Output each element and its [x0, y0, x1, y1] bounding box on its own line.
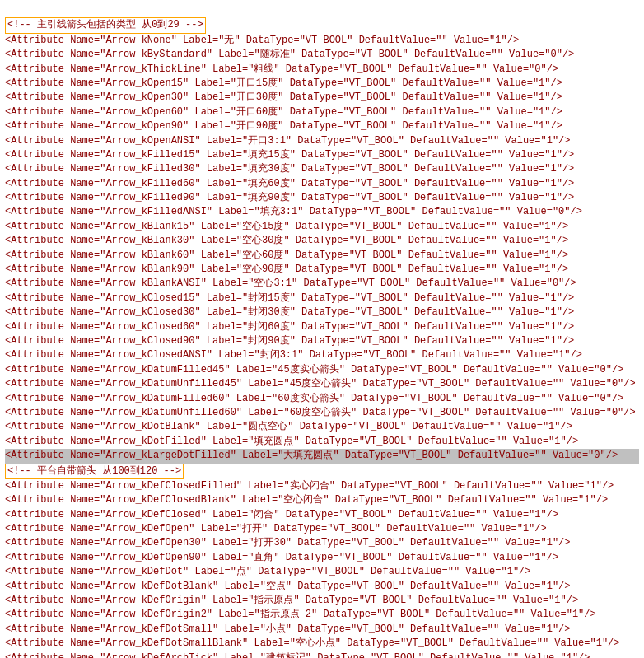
code-line: <Attribute Name="Arrow_kDefOpen90" Label…	[5, 551, 639, 565]
code-line: <Attribute Name="Arrow_kLargeDotFilled" …	[5, 449, 639, 463]
attr-text: <Attribute Name="Arrow_kDatumFilled60" L…	[5, 393, 623, 404]
attr-text: <Attribute Name="Arrow_kThickLine" Label…	[5, 63, 558, 75]
attr-text: <Attribute Name="Arrow_kBlank30" Label="…	[5, 235, 568, 246]
attr-text: <Attribute Name="Arrow_kBlank60" Label="…	[5, 250, 568, 261]
code-line: <Attribute Name="Arrow_kOpen60" Label="开…	[5, 105, 639, 119]
code-line: <Attribute Name="Arrow_kClosed30" Label=…	[5, 306, 639, 320]
code-line: <Attribute Name="Arrow_kDatumFilled60" L…	[5, 392, 639, 406]
attr-text: <Attribute Name="Arrow_kDatumUnfilled60"…	[5, 407, 636, 418]
attr-text: <Attribute Name="Arrow_kDefDotSmallBlank…	[5, 637, 620, 649]
attr-text: <Attribute Name="Arrow_kByStandard" Labe…	[5, 49, 574, 60]
code-line: <Attribute Name="Arrow_kBlank15" Label="…	[5, 220, 639, 234]
attr-text: <Attribute Name="Arrow_kClosed30" Label=…	[5, 306, 574, 318]
code-line: <Attribute Name="Arrow_kDefDot" Label="点…	[5, 565, 639, 579]
code-line: <Attribute Name="Arrow_kDefDotBlank" Lab…	[5, 580, 639, 594]
code-line: <Attribute Name="Arrow_kClosed90" Label=…	[5, 334, 639, 348]
section-comment: <!-- 主引线箭头包括的类型 从0到29 -->	[5, 17, 206, 33]
attr-text: <Attribute Name="Arrow_kDefDotBlank" Lab…	[5, 581, 571, 592]
attr-text: <Attribute Name="Arrow_kDefClosed" Label…	[5, 509, 558, 520]
code-line: <Attribute Name="Arrow_kDefClosed" Label…	[5, 508, 639, 522]
code-line: <Attribute Name="Arrow_kOpen15" Label="开…	[5, 77, 639, 91]
code-line: <Attribute Name="Arrow_kBlank30" Label="…	[5, 234, 639, 248]
code-line: <Attribute Name="Arrow_kDefArchTick" Lab…	[5, 651, 639, 658]
attr-text: <Attribute Name="Arrow_kDefOpen" Label="…	[5, 523, 547, 534]
attr-text: <Attribute Name="Arrow_kOpen60" Label="开…	[5, 106, 562, 118]
code-line: <Attribute Name="Arrow_kDotBlank" Label=…	[5, 420, 639, 434]
code-line: <Attribute Name="Arrow_kDefOrigin2" Labe…	[5, 608, 639, 622]
attr-text: <Attribute Name="Arrow_kDefClosedBlank" …	[5, 494, 608, 506]
attr-text: <Attribute Name="Arrow_kFilled60" Label=…	[5, 178, 574, 189]
code-line: <Attribute Name="Arrow_kDefOpen" Label="…	[5, 522, 639, 536]
code-line: <Attribute Name="Arrow_kOpen90" Label="开…	[5, 119, 639, 133]
attr-text: <Attribute Name="Arrow_kDotFilled" Label…	[5, 436, 578, 447]
attr-text: <Attribute Name="Arrow_kDefOpen90" Label…	[5, 552, 558, 563]
code-line: <Attribute Name="Arrow_kDefOpen30" Label…	[5, 536, 639, 550]
code-line: <Attribute Name="Arrow_kOpen30" Label="开…	[5, 91, 639, 105]
attr-text: <Attribute Name="Arrow_kFilled90" Label=…	[5, 192, 574, 203]
attr-text: <Attribute Name="Arrow_kClosed15" Label=…	[5, 292, 574, 304]
code-line: <Attribute Name="Arrow_kDotFilled" Label…	[5, 435, 639, 449]
code-line: <Attribute Name="Arrow_kThickLine" Label…	[5, 63, 639, 77]
attr-text: <Attribute Name="Arrow_kClosedANSI" Labe…	[5, 349, 582, 361]
code-line: <Attribute Name="Arrow_kFilled60" Label=…	[5, 177, 639, 191]
attr-text: <Attribute Name="Arrow_kOpen90" Label="开…	[5, 120, 562, 132]
attr-text: <Attribute Name="Arrow_kDefOpen30" Label…	[5, 537, 571, 548]
code-line: <Attribute Name="Arrow_kDefDotSmall" Lab…	[5, 623, 639, 637]
attr-text: <Attribute Name="Arrow_kOpen30" Label="开…	[5, 91, 562, 103]
code-line: <Attribute Name="Arrow_kDatumUnfilled45"…	[5, 377, 639, 391]
attr-text: <Attribute Name="Arrow_kNone" Label="无" …	[5, 35, 519, 46]
attr-text: <Attribute Name="Arrow_kDatumFilled45" L…	[5, 364, 623, 376]
code-line: <Attribute Name="Arrow_kBlankANSI" Label…	[5, 277, 639, 291]
code-line: <!-- 主引线箭头包括的类型 从0到29 -->	[5, 17, 639, 33]
attr-text: <Attribute Name="Arrow_kDefArchTick" Lab…	[5, 652, 590, 658]
code-line: <Attribute Name="Arrow_kFilled30" Label=…	[5, 162, 639, 176]
attr-text: <Attribute Name="Arrow_kDefDot" Label="点…	[5, 566, 531, 577]
code-line: <Attribute Name="Arrow_kOpenANSI" Label=…	[5, 134, 639, 148]
code-line: <Attribute Name="Arrow_kBlank60" Label="…	[5, 249, 639, 263]
code-line: <Attribute Name="Arrow_kClosed60" Label=…	[5, 320, 639, 334]
code-line: <Attribute Name="Arrow_kFilled15" Label=…	[5, 148, 639, 162]
code-line: <Attribute Name="Arrow_kDefDotSmallBlank…	[5, 637, 639, 651]
attr-text: <Attribute Name="Arrow_kBlank90" Label="…	[5, 264, 568, 275]
attr-text: <Attribute Name="Arrow_kFilled15" Label=…	[5, 149, 574, 161]
attr-text: <Attribute Name="Arrow_kFilled30" Label=…	[5, 163, 574, 175]
code-line: <Attribute Name="Arrow_kDatumFilled45" L…	[5, 363, 639, 377]
attr-text: <Attribute Name="Arrow_kFilledANSI" Labe…	[5, 206, 582, 217]
attr-text: <Attribute Name="Arrow_kDefClosedFilled"…	[5, 480, 614, 492]
code-line: <Attribute Name="Arrow_kBlank90" Label="…	[5, 263, 639, 277]
code-line: <Attribute Name="Arrow_kDefClosedFilled"…	[5, 479, 639, 493]
code-line: <Attribute Name="Arrow_kByStandard" Labe…	[5, 48, 639, 62]
code-line: <Attribute Name="Arrow_kFilledANSI" Labe…	[5, 205, 639, 219]
attr-text: <Attribute Name="Arrow_kDefOrigin2" Labe…	[5, 609, 596, 620]
attr-text: <Attribute Name="Arrow_kLargeDotFilled" …	[5, 450, 618, 461]
attr-text: <Attribute Name="Arrow_kDefOrigin" Label…	[5, 595, 578, 606]
attr-text: <Attribute Name="Arrow_kDefDotSmall" Lab…	[5, 623, 571, 635]
attr-text: <Attribute Name="Arrow_kBlank15" Label="…	[5, 221, 568, 232]
attr-text: <Attribute Name="Arrow_kClosed90" Label=…	[5, 335, 574, 347]
code-line: <Attribute Name="Arrow_kDatumUnfilled60"…	[5, 406, 639, 420]
code-line: <Attribute Name="Arrow_kDefClosedBlank" …	[5, 493, 639, 507]
attr-text: <Attribute Name="Arrow_kDatumUnfilled45"…	[5, 378, 636, 390]
code-line: <!-- 平台自带箭头 从100到120 -->	[5, 464, 639, 479]
attr-text: <Attribute Name="Arrow_kOpenANSI" Label=…	[5, 135, 571, 147]
code-line: <Attribute Name="Arrow_kNone" Label="无" …	[5, 34, 639, 48]
attr-text: <Attribute Name="Arrow_kDotBlank" Label=…	[5, 421, 572, 432]
code-line: <Attribute Name="Arrow_kFilled90" Label=…	[5, 191, 639, 205]
attr-text: <Attribute Name="Arrow_kClosed60" Label=…	[5, 321, 574, 333]
attr-text: <Attribute Name="Arrow_kBlankANSI" Label…	[5, 278, 576, 289]
section-comment: <!-- 平台自带箭头 从100到120 -->	[5, 464, 184, 479]
code-line: <Attribute Name="Arrow_kClosed15" Label=…	[5, 292, 639, 306]
code-view: <!-- 主引线箭头包括的类型 从0到29 --><Attribute Name…	[0, 0, 644, 658]
code-line: <Attribute Name="Arrow_kDefOrigin" Label…	[5, 594, 639, 608]
attr-text: <Attribute Name="Arrow_kOpen15" Label="开…	[5, 77, 562, 89]
code-line: <Attribute Name="Arrow_kClosedANSI" Labe…	[5, 348, 639, 362]
